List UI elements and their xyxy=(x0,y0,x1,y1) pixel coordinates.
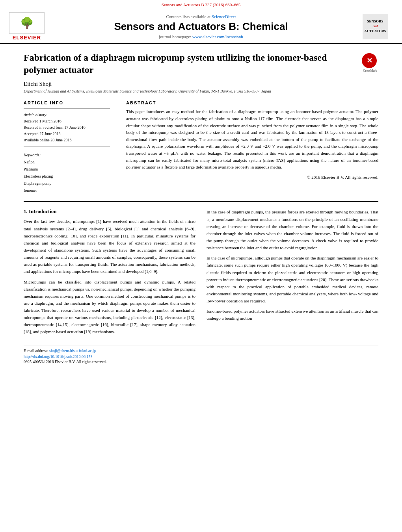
doi-line: http://dx.doi.org/10.1016/j.snb.2016.06.… xyxy=(24,354,378,359)
intro-para1: Over the last few decades, micropumps [1… xyxy=(24,218,195,275)
elsevier-tree-icon: 🌳 xyxy=(20,17,34,30)
abstract-heading: ABSTRACT xyxy=(126,100,378,105)
article-info-block: Article history: Received 1 March 2016 R… xyxy=(24,112,110,143)
page: Sensors and Actuators B 237 (2016) 660–6… xyxy=(0,0,402,532)
keyword-3: Electroless plating xyxy=(24,173,110,180)
keyword-1: Nafion xyxy=(24,159,110,166)
doi-link[interactable]: http://dx.doi.org/10.1016/j.snb.2016.06.… xyxy=(24,354,93,359)
intro-para4: In the case of micropumps, although pump… xyxy=(207,254,378,304)
info-divider xyxy=(24,108,110,109)
keyword-2: Platinum xyxy=(24,166,110,173)
email-line: E-mail address: shoji@chem.his.u-fukui.a… xyxy=(24,348,378,353)
footer: E-mail address: shoji@chem.his.u-fukui.a… xyxy=(0,339,402,364)
intro-para3: In the case of diaphragm pumps, the pres… xyxy=(207,208,378,251)
info-abstract-section: ARTICLE INFO Article history: Received 1… xyxy=(0,93,402,194)
keywords-divider xyxy=(24,146,110,147)
sciencedirect-link[interactable]: ScienceDirect xyxy=(212,14,236,19)
journal-homepage: journal homepage: www.elsevier.com/locat… xyxy=(54,34,348,39)
author-name: Eiichi Shoji xyxy=(24,81,378,87)
accepted-date: Accepted 27 June 2016 xyxy=(24,131,110,137)
received-date: Received 1 March 2016 xyxy=(24,118,110,124)
citation-text: Sensors and Actuators B 237 (2016) 660–6… xyxy=(162,2,240,7)
crossmark-circle: ✕ xyxy=(362,53,377,68)
crossmark-icon[interactable]: ✕ CrossMark xyxy=(362,53,378,70)
article-info-heading: ARTICLE INFO xyxy=(24,100,110,105)
homepage-link[interactable]: www.elsevier.com/locate/snb xyxy=(192,34,243,39)
abstract-text: This paper introduces an easy method for… xyxy=(126,108,378,171)
keywords-block: Keywords: Nafion Platinum Electroless pl… xyxy=(24,152,110,194)
article-info-col: ARTICLE INFO Article history: Received 1… xyxy=(24,100,118,194)
intro-body-right: In the case of diaphragm pumps, the pres… xyxy=(207,208,378,322)
title-row: Fabrication of a diaphragm micropump sys… xyxy=(24,52,378,76)
article-title: Fabrication of a diaphragm micropump sys… xyxy=(24,52,354,76)
article-header: Fabrication of a diaphragm micropump sys… xyxy=(0,44,402,93)
footer-divider xyxy=(24,345,378,345)
crossmark-label: CrossMark xyxy=(362,69,378,72)
intro-title: 1. Introduction xyxy=(24,208,195,215)
intro-para2: Micropumps can be classified into displa… xyxy=(24,278,195,336)
elsevier-tree-box: 🌳 xyxy=(9,12,45,34)
elsevier-label: ELSEVIER xyxy=(13,35,41,41)
available-online-date: Available online 28 June 2016 xyxy=(24,137,110,143)
revised-date: Received in revised form 17 June 2016 xyxy=(24,124,110,131)
body-right-col: In the case of diaphragm pumps, the pres… xyxy=(207,208,378,338)
body-section: 1. Introduction Over the last few decade… xyxy=(0,202,402,338)
and-text: and xyxy=(373,24,378,29)
journal-info-center: Contents lists available at ScienceDirec… xyxy=(47,14,355,39)
elsevier-logo: 🌳 ELSEVIER xyxy=(7,12,47,41)
available-text: Contents lists available at ScienceDirec… xyxy=(54,14,348,19)
keywords-label: Keywords: xyxy=(24,152,110,159)
body-left-col: 1. Introduction Over the last few decade… xyxy=(24,208,195,338)
copyright-line: © 2016 Elsevier B.V. All rights reserved… xyxy=(126,175,378,180)
sensors-actuators-logo: SENSORS and ACTUATORS xyxy=(363,14,388,39)
intro-para5: Ionomer-based polymer actuators have att… xyxy=(207,308,378,322)
affiliation: Department of Human and AI Systems, Inte… xyxy=(24,89,378,93)
history-label: Article history: xyxy=(24,112,110,118)
email-link[interactable]: shoji@chem.his.u-fukui.ac.jp xyxy=(49,348,96,353)
rights-line: 0925-4005/© 2016 Elsevier B.V. All right… xyxy=(24,360,378,364)
email-label: E-mail address: xyxy=(24,348,48,353)
abstract-col: ABSTRACT This paper introduces an easy m… xyxy=(118,100,378,194)
sensors-logo-box: SENSORS and ACTUATORS xyxy=(355,14,395,39)
journal-title: Sensors and Actuators B: Chemical xyxy=(54,20,348,33)
keyword-5: Ionomer xyxy=(24,187,110,194)
intro-body: Over the last few decades, micropumps [1… xyxy=(24,218,195,335)
journal-citation: Sensors and Actuators B 237 (2016) 660–6… xyxy=(0,0,402,8)
intro-title-text: Introduction xyxy=(29,208,57,214)
actuators-text: ACTUATORS xyxy=(364,29,386,34)
keyword-4: Diaphragm pump xyxy=(24,180,110,187)
sensors-text: SENSORS xyxy=(367,19,383,24)
journal-header: 🌳 ELSEVIER Contents lists available at S… xyxy=(0,8,402,44)
